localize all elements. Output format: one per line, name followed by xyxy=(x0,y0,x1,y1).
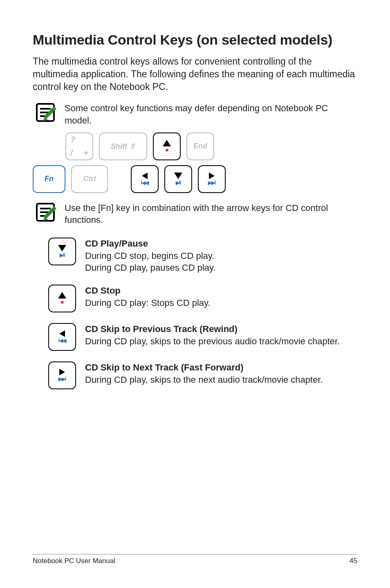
note-1-text: Some control key functions may defer dep… xyxy=(65,101,357,126)
key-fn: Fn xyxy=(33,165,65,193)
key-slash: ? / + xyxy=(65,132,93,160)
cd-prev-icon: I◀◀ xyxy=(141,180,148,186)
cd-next-icon: ▶▶I xyxy=(208,180,215,186)
cd-prev-icon: I◀◀ xyxy=(58,338,66,343)
key-arrow-down: ▶II xyxy=(48,238,76,265)
cd-stop-icon: ■ xyxy=(61,299,63,305)
footer-manual-title: Notebook PC User Manual xyxy=(33,557,115,565)
intro-paragraph: The multimedia control keys allows for c… xyxy=(33,55,357,93)
fn-next-title: CD Skip to Next Track (Fast Forward) xyxy=(85,361,323,374)
key-ctrl-label: Ctrl xyxy=(83,175,96,183)
arrow-left-icon xyxy=(142,173,148,179)
keyboard-diagram: ? / + Shift ⇧ ■ End Fn Ctrl xyxy=(33,132,357,193)
fn-stop-line1: During CD play: Stops CD play. xyxy=(85,298,211,308)
cd-playpause-icon: ▶II xyxy=(60,252,65,258)
key-fn-label: Fn xyxy=(45,175,54,183)
key-arrow-up: ■ xyxy=(153,132,181,160)
arrow-up-icon xyxy=(163,140,171,146)
arrow-right-icon xyxy=(209,173,215,179)
fn-stop-title: CD Stop xyxy=(85,285,211,297)
key-shift-label: Shift ⇧ xyxy=(111,142,135,151)
clipboard-note-icon xyxy=(33,200,58,224)
key-end: End xyxy=(186,132,214,160)
fn-next: ▶▶I CD Skip to Next Track (Fast Forward)… xyxy=(33,361,357,389)
arrow-up-icon xyxy=(58,292,66,298)
cd-stop-icon: ■ xyxy=(165,147,168,153)
key-end-label: End xyxy=(193,142,207,150)
key-slash-plus: + xyxy=(83,148,88,158)
footer-page-number: 45 xyxy=(350,557,357,565)
arrow-down-icon xyxy=(174,173,182,179)
key-arrow-left: I◀◀ xyxy=(131,165,159,193)
arrow-left-icon xyxy=(59,330,65,337)
key-ctrl: Ctrl xyxy=(71,165,108,193)
fn-prev: I◀◀ CD Skip to Previous Track (Rewind) D… xyxy=(33,323,357,351)
note-2-text: Use the [Fn] key in combination with the… xyxy=(65,200,357,226)
fn-play-pause: ▶II CD Play/Pause During CD stop, begins… xyxy=(33,238,357,274)
key-slash-slash: / xyxy=(70,148,73,158)
media-key-function-list: ▶II CD Play/Pause During CD stop, begins… xyxy=(33,238,357,389)
fn-next-line1: During CD play, skips to the next audio … xyxy=(85,375,323,385)
fn-play-pause-line2: During CD play, pauses CD play. xyxy=(85,263,216,273)
key-shift: Shift ⇧ xyxy=(99,132,147,160)
note-1: Some control key functions may defer dep… xyxy=(33,101,357,126)
key-arrow-right: ▶▶I xyxy=(198,165,226,193)
arrow-down-icon xyxy=(58,245,66,251)
fn-play-pause-line1: During CD stop, begins CD play. xyxy=(85,251,214,261)
cd-playpause-icon: ▶II xyxy=(176,180,181,186)
fn-stop: ■ CD Stop During CD play: Stops CD play. xyxy=(33,285,357,312)
note-2: Use the [Fn] key in combination with the… xyxy=(33,200,357,226)
key-arrow-right: ▶▶I xyxy=(48,361,76,389)
page-title: Multimedia Control Keys (on selected mod… xyxy=(33,32,357,48)
fn-prev-line1: During CD play, skips to the previous au… xyxy=(85,336,340,346)
key-slash-question: ? xyxy=(70,135,75,144)
arrow-right-icon xyxy=(59,369,65,375)
fn-prev-title: CD Skip to Previous Track (Rewind) xyxy=(85,323,340,335)
page-footer: Notebook PC User Manual 45 xyxy=(33,554,357,565)
key-arrow-left: I◀◀ xyxy=(48,323,76,351)
key-arrow-up: ■ xyxy=(48,285,76,312)
cd-next-icon: ▶▶I xyxy=(58,376,66,382)
key-arrow-down: ▶II xyxy=(164,165,192,193)
clipboard-note-icon xyxy=(33,101,58,124)
fn-play-pause-title: CD Play/Pause xyxy=(85,238,216,250)
